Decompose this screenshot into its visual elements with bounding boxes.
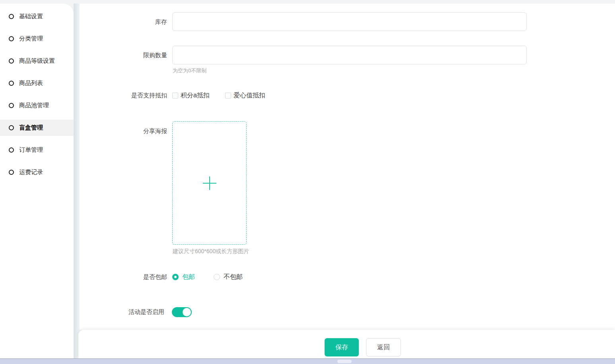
purchase-limit-hint: 为空为0不限制 — [173, 67, 206, 74]
circle-icon — [9, 170, 14, 175]
circle-icon — [9, 125, 14, 130]
circle-icon — [9, 36, 14, 41]
sidebar-item-freight-records[interactable]: 运费记录 — [0, 164, 74, 180]
points-deduction-checkbox[interactable] — [172, 93, 178, 99]
purchase-limit-label: 限购数量 — [80, 46, 167, 64]
sidebar-item-label: 订单管理 — [19, 146, 43, 154]
form-content: 库存 限购数量 为空为0不限制 是否支持抵扣 积分a抵扣 爱心值抵扣 分享海报 … — [80, 4, 615, 330]
sidebar-item-goods-level-settings[interactable]: 商品等级设置 — [0, 53, 74, 69]
free-shipping-label: 是否包邮 — [80, 271, 167, 283]
sidebar-item-label: 基础设置 — [19, 13, 43, 20]
circle-icon — [9, 58, 14, 64]
stock-input[interactable] — [172, 12, 527, 31]
free-shipping-options: 包邮 不包邮 — [172, 271, 243, 283]
activity-enabled-row — [172, 306, 192, 318]
back-button[interactable]: 返回 — [366, 338, 401, 356]
circle-icon — [9, 103, 14, 108]
circle-icon — [9, 147, 14, 153]
stock-label: 库存 — [80, 12, 167, 31]
sidebar-item-goods-pool-management[interactable]: 商品池管理 — [0, 97, 74, 114]
love-value-deduction-checkbox[interactable] — [225, 93, 231, 99]
sidebar-item-label: 运费记录 — [19, 168, 43, 176]
blind-box-settings-page: 基础设置 分类管理 商品等级设置 商品列表 商品池管理 盲盒管理 订单管理 运 — [0, 0, 615, 364]
sidebar-item-label: 商品列表 — [19, 79, 43, 87]
share-poster-label: 分享海报 — [80, 124, 167, 138]
footer-action-bar: 保存 返回 — [78, 330, 615, 358]
love-value-deduction-checkbox-label[interactable]: 爱心值抵扣 — [234, 91, 265, 100]
sidebar-item-label: 盲盒管理 — [19, 124, 43, 132]
sidebar-item-blind-box-management[interactable]: 盲盒管理 — [0, 120, 74, 136]
sidebar-item-basic-settings[interactable]: 基础设置 — [0, 8, 74, 25]
save-button[interactable]: 保存 — [325, 338, 359, 356]
vertical-scrollbar[interactable] — [74, 4, 80, 358]
circle-icon — [9, 14, 14, 19]
free-shipping-radio-label[interactable]: 包邮 — [182, 273, 195, 281]
horizontal-scrollbar-thumb[interactable] — [337, 360, 352, 363]
deduction-options: 积分a抵扣 爱心值抵扣 — [172, 89, 265, 102]
toggle-knob — [183, 308, 191, 316]
deduction-label: 是否支持抵扣 — [80, 89, 167, 102]
share-poster-hint: 建议尺寸600*600或长方形图片 — [173, 248, 249, 255]
plus-icon — [203, 176, 216, 190]
activity-enabled-label: 活动是否启用 — [80, 306, 164, 318]
sidebar: 基础设置 分类管理 商品等级设置 商品列表 商品池管理 盲盒管理 订单管理 运 — [0, 4, 74, 358]
sidebar-item-label: 分类管理 — [19, 35, 43, 43]
purchase-limit-input[interactable] — [172, 46, 527, 64]
no-free-shipping-radio[interactable] — [214, 274, 220, 280]
sidebar-item-label: 商品等级设置 — [19, 57, 55, 65]
sidebar-item-category-management[interactable]: 分类管理 — [0, 31, 74, 47]
activity-enabled-toggle[interactable] — [172, 307, 192, 317]
no-free-shipping-radio-label[interactable]: 不包邮 — [224, 273, 243, 281]
sidebar-item-order-management[interactable]: 订单管理 — [0, 142, 74, 158]
share-poster-upload[interactable] — [172, 121, 247, 245]
free-shipping-radio-selected[interactable] — [172, 274, 179, 280]
points-deduction-checkbox-label[interactable]: 积分a抵扣 — [181, 91, 210, 100]
sidebar-item-label: 商品池管理 — [19, 102, 49, 109]
circle-icon — [9, 81, 14, 86]
sidebar-item-goods-list[interactable]: 商品列表 — [0, 75, 74, 91]
horizontal-scrollbar[interactable] — [0, 358, 615, 364]
